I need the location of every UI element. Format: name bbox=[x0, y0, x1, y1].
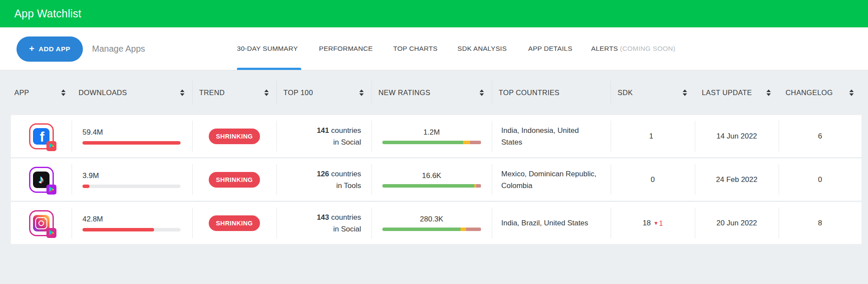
tiktok-app-icon: ♪ bbox=[29, 167, 54, 193]
google-play-badge-icon bbox=[46, 228, 56, 238]
top-countries-cell: Mexico, Dominican Republic, Colombia bbox=[492, 159, 611, 201]
plus-icon: + bbox=[29, 43, 35, 54]
column-header-new-ratings[interactable]: NEW RATINGS bbox=[372, 70, 492, 115]
column-header-top-countries: TOP COUNTRIES bbox=[492, 70, 611, 115]
last-update-cell: 14 Jun 2022 bbox=[695, 115, 779, 157]
top-countries-cell: India, Brazil, United States bbox=[492, 202, 611, 244]
music-note-icon: ♪ bbox=[39, 173, 44, 186]
column-header-last-update[interactable]: LAST UPDATE bbox=[695, 70, 779, 115]
trend-cell: SHRINKING bbox=[192, 159, 276, 201]
watchlist-table: APP DOWNLOADS TREND TOP 100 NEW RATINGS … bbox=[11, 70, 861, 244]
sort-icon[interactable] bbox=[264, 89, 269, 96]
ratings-value: 1.2M bbox=[424, 128, 440, 137]
google-play-badge-icon bbox=[46, 141, 56, 151]
tab-30-day-summary[interactable]: 30-DAY SUMMARY bbox=[237, 45, 298, 53]
downloads-bar bbox=[82, 185, 181, 188]
downloads-cell: 3.9M bbox=[72, 159, 192, 201]
column-header-changelog[interactable]: CHANGELOG bbox=[779, 70, 861, 115]
active-tab-underline bbox=[237, 68, 301, 70]
downloads-bar bbox=[82, 228, 181, 231]
top100-cell: 126 countries in Tools bbox=[276, 159, 372, 201]
column-header-sdk[interactable]: SDK bbox=[611, 70, 695, 115]
downloads-cell: 42.8M bbox=[72, 202, 192, 244]
trend-cell: SHRINKING bbox=[192, 202, 276, 244]
ratings-breakdown-bar bbox=[382, 141, 481, 144]
new-ratings-cell: 280.3K bbox=[372, 202, 492, 244]
sort-icon[interactable] bbox=[849, 89, 854, 96]
trend-badge: SHRINKING bbox=[209, 129, 260, 144]
trend-cell: SHRINKING bbox=[192, 115, 276, 157]
google-play-badge-icon bbox=[46, 185, 56, 195]
add-app-label: ADD APP bbox=[39, 45, 70, 53]
changelog-cell: 0 bbox=[779, 159, 861, 201]
table-row-tiktok[interactable]: ♪ 3.9M SHRINKING 126 countries in Tools … bbox=[11, 159, 861, 201]
sort-icon[interactable] bbox=[61, 89, 66, 96]
column-header-top100[interactable]: TOP 100 bbox=[276, 70, 372, 115]
column-header-downloads[interactable]: DOWNLOADS bbox=[72, 70, 192, 115]
tab-sdk-analysis[interactable]: SDK ANALYSIS bbox=[457, 45, 507, 53]
table-row-facebook[interactable]: f 59.4M SHRINKING 141 countries in Socia… bbox=[11, 115, 861, 157]
tab-top-charts[interactable]: TOP CHARTS bbox=[393, 45, 437, 53]
top100-cell: 143 countries in Social bbox=[276, 202, 372, 244]
sdk-cell: 18▼1 bbox=[611, 202, 695, 244]
downloads-value: 42.8M bbox=[82, 215, 192, 224]
tab-alerts[interactable]: ALERTS (COMING SOON) bbox=[591, 45, 675, 53]
downloads-bar bbox=[82, 141, 181, 145]
tab-app-details[interactable]: APP DETAILS bbox=[528, 45, 572, 53]
new-ratings-cell: 1.2M bbox=[372, 115, 492, 157]
ratings-breakdown-bar bbox=[382, 228, 481, 231]
top-countries-cell: India, Indonesia, United States bbox=[492, 115, 611, 157]
column-header-trend[interactable]: TREND bbox=[192, 70, 276, 115]
downloads-value: 3.9M bbox=[82, 172, 192, 180]
last-update-cell: 20 Jun 2022 bbox=[695, 202, 779, 244]
page-title: App Watchlist bbox=[14, 7, 82, 20]
downloads-value: 59.4M bbox=[82, 128, 192, 137]
add-app-button[interactable]: + ADD APP bbox=[16, 36, 83, 62]
sort-icon[interactable] bbox=[683, 89, 687, 96]
sdk-cell: 0 bbox=[611, 159, 695, 201]
sort-icon[interactable] bbox=[180, 89, 184, 96]
facebook-app-icon: f bbox=[29, 123, 54, 149]
sdk-down-arrow-icon: ▼ bbox=[654, 220, 659, 226]
table-header-row: APP DOWNLOADS TREND TOP 100 NEW RATINGS … bbox=[0, 70, 861, 115]
ratings-breakdown-bar bbox=[382, 184, 481, 188]
column-header-app[interactable]: APP bbox=[11, 70, 72, 115]
trend-badge: SHRINKING bbox=[209, 172, 260, 188]
sort-icon[interactable] bbox=[359, 89, 364, 96]
changelog-cell: 8 bbox=[779, 202, 861, 244]
table-row-instagram[interactable]: 42.8M SHRINKING 143 countries in Social … bbox=[11, 202, 861, 244]
manage-apps-link[interactable]: Manage Apps bbox=[92, 44, 145, 54]
toolbar: + ADD APP Manage Apps 30-DAY SUMMARY PER… bbox=[0, 27, 868, 70]
trend-badge: SHRINKING bbox=[209, 215, 260, 231]
sdk-cell: 1 bbox=[611, 115, 695, 157]
sort-icon[interactable] bbox=[480, 89, 484, 96]
last-update-cell: 24 Feb 2022 bbox=[695, 159, 779, 201]
coming-soon-label: (COMING SOON) bbox=[620, 45, 675, 52]
app-watchlist-header: App Watchlist bbox=[0, 0, 868, 27]
top100-cell: 141 countries in Social bbox=[276, 115, 372, 157]
downloads-cell: 59.4M bbox=[72, 115, 192, 157]
sort-icon[interactable] bbox=[766, 89, 771, 96]
tab-performance[interactable]: PERFORMANCE bbox=[319, 45, 373, 53]
instagram-app-icon bbox=[29, 210, 54, 236]
changelog-cell: 6 bbox=[779, 115, 861, 157]
ratings-value: 16.6K bbox=[422, 172, 441, 180]
new-ratings-cell: 16.6K bbox=[372, 159, 492, 201]
facebook-f-icon: f bbox=[40, 129, 44, 145]
ratings-value: 280.3K bbox=[420, 215, 444, 224]
